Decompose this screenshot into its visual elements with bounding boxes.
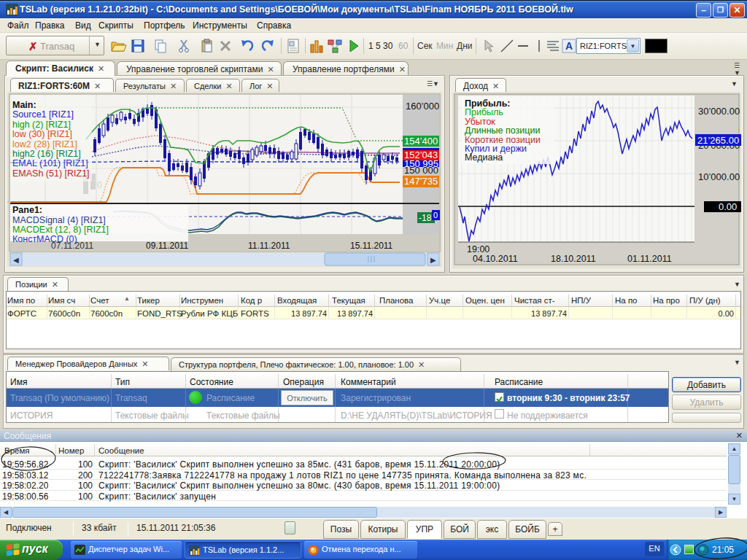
- svg-text:MACDExt (12, 8) [RIZ1]: MACDExt (12, 8) [RIZ1]: [12, 225, 109, 235]
- svg-text:21’265.00: 21’265.00: [697, 135, 739, 146]
- svg-text:MACDSignal (4) [RIZ1]: MACDSignal (4) [RIZ1]: [12, 215, 106, 225]
- svg-text:▶: ▶: [430, 256, 436, 264]
- svg-text:EMASh (51) [RIZ1]: EMASh (51) [RIZ1]: [12, 168, 90, 179]
- svg-text:high (2) [RIZ1]: high (2) [RIZ1]: [12, 120, 71, 130]
- svg-text:30’000.00: 30’000.00: [698, 106, 740, 117]
- svg-text:18.10.2011: 18.10.2011: [551, 254, 596, 264]
- svg-text:Main:: Main:: [12, 100, 36, 110]
- svg-text:11.11.2011: 11.11.2011: [248, 241, 290, 251]
- svg-text:154’400: 154’400: [404, 136, 438, 147]
- svg-text:01.11.2011: 01.11.2011: [627, 254, 672, 264]
- svg-text:low (30) [RIZ1]: low (30) [RIZ1]: [12, 129, 72, 139]
- svg-text:0: 0: [97, 180, 102, 190]
- svg-text:Source1 [RIZ1]: Source1 [RIZ1]: [12, 109, 74, 120]
- svg-text:0.00: 0.00: [719, 201, 737, 212]
- svg-text:Медиана: Медиана: [465, 152, 503, 163]
- svg-text:0: 0: [433, 211, 438, 219]
- svg-text:Pane1:: Pane1:: [12, 205, 42, 215]
- svg-text:19:00: 19:00: [467, 244, 489, 254]
- svg-text:high2 (16) [RIZ1]: high2 (16) [RIZ1]: [12, 149, 81, 159]
- svg-text:15.11.2011: 15.11.2011: [350, 241, 393, 251]
- svg-text:09.11.2011: 09.11.2011: [146, 241, 189, 251]
- svg-text:07.11.2011: 07.11.2011: [51, 241, 94, 251]
- svg-text:10’000.00: 10’000.00: [698, 171, 740, 182]
- svg-text:150 000: 150 000: [404, 165, 438, 176]
- svg-text:160’000: 160’000: [406, 101, 439, 112]
- svg-text:A: A: [565, 40, 573, 52]
- svg-text:◀: ◀: [13, 256, 19, 264]
- svg-text:-18: -18: [419, 213, 432, 223]
- svg-text:04.10.2011: 04.10.2011: [473, 254, 518, 264]
- svg-text:EMAL (101) [RIZ1]: EMAL (101) [RIZ1]: [12, 158, 88, 168]
- svg-text:low2 (28) [RIZ1]: low2 (28) [RIZ1]: [12, 139, 77, 149]
- svg-text:147’735: 147’735: [404, 176, 438, 187]
